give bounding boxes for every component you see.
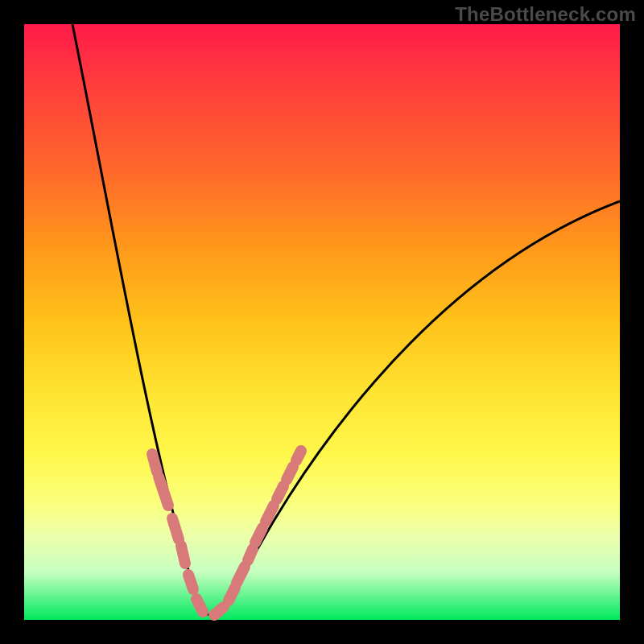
left-marker bbox=[159, 477, 168, 506]
left-marker bbox=[172, 518, 179, 539]
right-marker bbox=[248, 549, 253, 560]
curve-svg bbox=[24, 24, 620, 620]
chart-frame: TheBottleneck.com bbox=[0, 0, 644, 644]
right-marker bbox=[229, 588, 235, 601]
left-marker bbox=[188, 575, 193, 589]
watermark-text: TheBottleneck.com bbox=[455, 3, 636, 26]
right-markers-group bbox=[214, 451, 301, 615]
right-marker bbox=[266, 506, 274, 522]
left-marker bbox=[152, 454, 157, 472]
right-marker bbox=[255, 528, 262, 543]
left-markers-group bbox=[152, 454, 203, 612]
right-marker bbox=[296, 451, 301, 460]
left-marker bbox=[181, 546, 185, 564]
right-marker bbox=[214, 607, 224, 615]
bottleneck-curve bbox=[72, 24, 620, 615]
right-marker bbox=[277, 486, 283, 499]
right-marker bbox=[237, 567, 245, 583]
plot-area bbox=[24, 24, 620, 620]
right-marker bbox=[287, 467, 293, 480]
left-marker bbox=[196, 599, 203, 612]
